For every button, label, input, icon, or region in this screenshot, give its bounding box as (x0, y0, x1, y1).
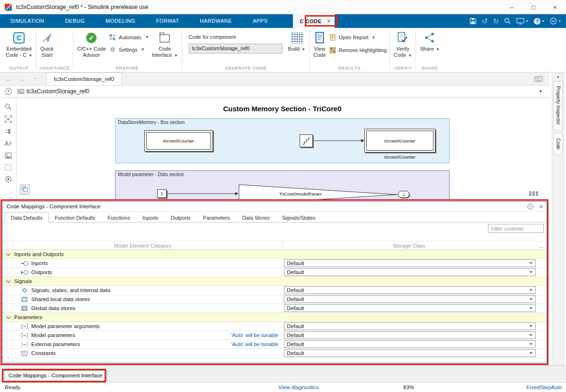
panel-tab-code[interactable]: Code (553, 133, 563, 155)
panel-tab-property-inspector[interactable]: Property Inspector (553, 81, 563, 130)
constant-block[interactable]: 1 (157, 189, 167, 198)
tab-format[interactable]: FORMAT (146, 14, 189, 28)
storage-class-select[interactable]: Default (284, 286, 536, 294)
row-constants: ConstantsDefault (3, 349, 547, 358)
share-button[interactable]: Share ▼ (419, 29, 441, 53)
tunable-note: 'Auto' will be tunable (231, 332, 283, 338)
component-name-field[interactable]: tc3xCustomStorage_ref0 (189, 44, 283, 53)
keyboard-shortcuts-icon[interactable] (534, 76, 543, 82)
minimize-button[interactable]: – (501, 0, 522, 14)
ribbon-group-share: Share ▼SHARE (416, 28, 443, 72)
tab-data-defaults[interactable]: Data Defaults (5, 213, 49, 223)
tab-function-defaults[interactable]: Function Defaults (49, 213, 102, 223)
desktop-button[interactable]: ▼ (516, 18, 529, 25)
open-report-button[interactable]: Open Report▼ (329, 34, 387, 41)
document-tab[interactable]: tc3xCustomStorage_ref0 (46, 72, 122, 85)
storage-class-select[interactable]: Default (284, 259, 536, 267)
collapse-chevron-icon[interactable] (6, 251, 11, 256)
verify-code-button[interactable]: Verify Code ▼ (393, 29, 413, 59)
save-button[interactable] (469, 18, 477, 25)
maximize-button[interactable]: □ (522, 0, 544, 14)
record-icon[interactable] (5, 176, 12, 183)
section-parameters[interactable]: Parameters (3, 313, 547, 322)
search-button[interactable] (504, 18, 511, 25)
viewmarks-button[interactable] (20, 184, 30, 194)
remove-highlighting-button[interactable]: Remove Highlighting (329, 47, 387, 53)
image-icon[interactable] (5, 152, 12, 159)
embedded-code-c-button[interactable]: CEmbedded Code - C ▼ (5, 29, 33, 59)
section-inports-and-outports[interactable]: Inports and Outports (3, 250, 547, 259)
section-signals[interactable]: Signals (3, 277, 547, 286)
up-to-parent-button[interactable]: ↑ (29, 74, 41, 84)
ribbon-group-prepare: ✓C/C++ Code AdvisorAutomatic▼⚙Settings▼C… (73, 28, 182, 72)
ext-param-icon (20, 342, 29, 347)
storage-class-select[interactable]: Default (284, 349, 536, 357)
close-c-code-icon[interactable]: × (327, 18, 331, 25)
pan-icon[interactable] (5, 128, 12, 135)
breadcrumb[interactable]: tc3xCustomStorage_ref0 (27, 88, 89, 95)
tab-c-code[interactable]: C CODE × (293, 14, 334, 28)
tab-parameters[interactable]: Parameters (197, 213, 236, 223)
region-icon[interactable] (5, 164, 12, 170)
tab-functions[interactable]: Functions (101, 213, 136, 223)
panel-minimize-icon[interactable] (527, 204, 533, 210)
forward-button[interactable]: → (16, 74, 28, 84)
close-button[interactable]: × (544, 0, 566, 14)
collapse-chevron-icon[interactable] (6, 314, 11, 319)
filter-contents-input[interactable] (488, 224, 544, 233)
code-interface-button[interactable]: Code Interface ▼ (151, 29, 179, 59)
share-icon (424, 30, 435, 45)
row-signals-states-and-internal-data: Signals, states, and internal dataDefaul… (3, 286, 547, 295)
panel-title: Code Mappings - Component Interface (7, 204, 100, 209)
annotation-icon[interactable] (4, 140, 12, 147)
canvas-zoom-indicator-icon[interactable] (529, 191, 538, 196)
storage-class-select[interactable]: Default (284, 331, 536, 339)
build-icon (291, 30, 303, 45)
storage-class-select[interactable]: Default (284, 268, 536, 276)
collapse-button[interactable]: ▼ (550, 18, 561, 25)
model-canvas[interactable]: Custom Memory Section - TriCore0 DataSto… (17, 98, 549, 199)
storage-class-select[interactable]: Default (284, 295, 536, 303)
tab-signals-states[interactable]: Signals/States (276, 213, 321, 223)
bottom-panel-tab[interactable]: Code Mappings - Component Interface (4, 370, 107, 381)
redo-button[interactable]: ↻ (493, 18, 499, 25)
data-store-read-block[interactable]: tricore0Counter (364, 129, 435, 152)
view-code-button[interactable]: View Code (312, 29, 327, 58)
back-button[interactable]: ← (3, 74, 15, 84)
storage-class-select[interactable]: Default (284, 340, 536, 348)
tab-modeling[interactable]: MODELING (96, 14, 145, 28)
signal-spec-block[interactable] (300, 134, 313, 147)
undo-button[interactable]: ↺ (482, 18, 488, 25)
tab-c-code-label: C CODE (300, 18, 321, 24)
view-diagnostics-link[interactable]: View diagnostics (278, 383, 318, 392)
outport-block[interactable]: 1 (398, 191, 409, 198)
ribbon-group-results: View CodeOpen Report▼Remove Highlighting… (310, 28, 389, 72)
storage-class-select[interactable]: Default (284, 304, 536, 312)
automatic-button[interactable]: Automatic▼ (109, 34, 149, 40)
fit-icon[interactable] (5, 116, 12, 123)
tab-data-stores[interactable]: Data Stores (236, 213, 276, 223)
storage-class-select[interactable]: Default (284, 322, 536, 330)
build-button[interactable]: Build ▼ (287, 29, 307, 53)
help-button[interactable]: ?▼ (534, 18, 545, 25)
constant-icon (20, 351, 29, 356)
tab-simulation[interactable]: SIMULATION (0, 14, 54, 28)
data-store-write-block[interactable]: tricore0Counter (144, 130, 213, 151)
tab-debug[interactable]: DEBUG (55, 14, 95, 28)
tab-hardware[interactable]: HARDWARE (190, 14, 242, 28)
zoom-icon[interactable] (5, 103, 12, 110)
panel-close-icon[interactable]: × (539, 203, 543, 210)
scroll-up-icon[interactable]: ▲ (557, 75, 560, 78)
tab-inports[interactable]: Inports (136, 213, 165, 223)
collapse-chevron-icon[interactable] (6, 278, 11, 283)
tab-apps[interactable]: APPS (243, 14, 277, 28)
breadcrumb-dropdown-icon[interactable]: ▼ (539, 89, 543, 94)
settings-button[interactable]: ⚙Settings▼ (109, 46, 149, 53)
c-c-code-advisor-button[interactable]: ✓C/C++ Code Advisor (76, 29, 107, 58)
solver-link[interactable]: FixedStepAuto (527, 383, 562, 392)
hierarchy-up-icon[interactable] (0, 88, 17, 95)
column-more[interactable]: ... (535, 241, 547, 250)
quick-start-button[interactable]: Quick Start (39, 29, 54, 58)
tab-outports[interactable]: Outports (165, 213, 197, 223)
row-shared-local-data-stores: Shared local data storesDefault (3, 295, 547, 304)
